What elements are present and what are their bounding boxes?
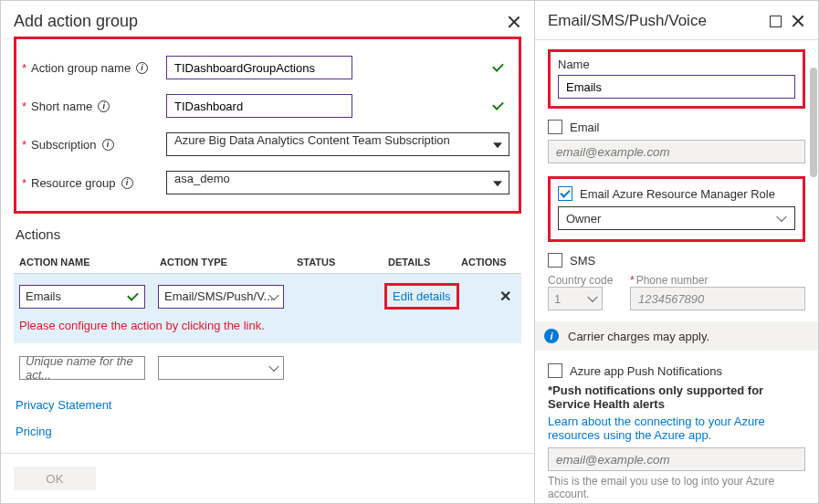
subscription-select[interactable]: Azure Big Data Analytics Content Team Su… (166, 132, 509, 156)
arm-role-value: Owner (566, 212, 601, 226)
label-short-name: Short name i (31, 100, 166, 113)
sms-inputs-row: Country code 1 *Phone number 1234567890 (548, 273, 805, 310)
chevron-down-icon (776, 212, 786, 222)
col-actions: ACTIONS (461, 257, 516, 268)
label-subscription: Subscription i (31, 138, 166, 152)
label-resource-group: Resource group i (31, 176, 166, 190)
required-star: * (22, 176, 31, 190)
action-type-select[interactable]: Email/SMS/Push/V... (158, 285, 284, 309)
arm-label: Email Azure Resource Manager Role (580, 187, 775, 201)
short-name-input[interactable] (166, 94, 352, 118)
push-learn-link[interactable]: Learn about the connecting to your Azure… (548, 415, 805, 442)
right-panel-header: Email/SMS/Push/Voice (535, 1, 818, 40)
push-bold-note: *Push notifications only supported for S… (548, 383, 805, 411)
ok-button[interactable]: OK (14, 467, 96, 490)
right-panel-body: Name Email Email Azure Resource Manager … (535, 40, 818, 503)
resource-group-select[interactable]: asa_demo (166, 171, 509, 194)
email-label: Email (570, 121, 600, 134)
actions-table: ACTION NAME ACTION TYPE STATUS DETAILS A… (14, 251, 521, 393)
sms-section: SMS Country code 1 *Phone number 1234567… (548, 253, 805, 310)
label-text: Short name (31, 100, 92, 113)
right-panel-title: Email/SMS/Push/Voice (548, 12, 761, 30)
action-type-value: Email/SMS/Push/V... (164, 289, 273, 303)
arm-role-select[interactable]: Owner (558, 206, 795, 230)
required-star: * (22, 138, 31, 152)
country-code-value: 1 (554, 292, 561, 306)
select-wrap: asa_demo (166, 171, 509, 194)
pricing-link[interactable]: Pricing (16, 425, 521, 438)
close-icon[interactable] (507, 15, 521, 29)
push-helper: This is the email you use to log into yo… (548, 475, 805, 500)
label-text: Action group name (31, 61, 131, 75)
add-action-group-panel: Add action group * Action group name i *… (1, 1, 535, 503)
table-row: Emails Email/SMS/Push/V... Edit details … (14, 273, 521, 343)
col-status: STATUS (297, 257, 388, 268)
maximize-icon[interactable] (770, 16, 782, 27)
left-panel-title: Add action group (14, 12, 498, 31)
country-code-select[interactable]: 1 (548, 287, 603, 310)
table-row-top: Emails Email/SMS/Push/V... Edit details … (14, 283, 521, 310)
email-checkbox-row: Email (548, 120, 805, 134)
sms-checkbox-row: SMS (548, 253, 805, 268)
chevron-down-icon (268, 362, 278, 372)
phone-input[interactable]: 1234567890 (630, 287, 805, 310)
checkmark-icon (126, 290, 139, 303)
action-name-value: Emails (26, 289, 61, 303)
checkmark-icon (491, 61, 504, 74)
push-checkbox[interactable] (548, 363, 562, 378)
arm-checkbox[interactable] (558, 186, 572, 201)
row-action-group-name: * Action group name i (22, 56, 509, 79)
action-name-input[interactable]: Emails (19, 285, 145, 309)
details-highlight: Edit details (384, 283, 459, 310)
edit-details-link[interactable]: Edit details (393, 289, 451, 303)
info-icon[interactable]: i (136, 62, 148, 74)
required-star: * (22, 100, 31, 113)
select-wrap: Azure Big Data Analytics Content Team Su… (166, 132, 509, 156)
push-checkbox-row: Azure app Push Notifications (548, 363, 805, 378)
action-group-name-input[interactable] (166, 56, 352, 79)
form-highlight-box: * Action group name i * Short name i (14, 37, 521, 214)
email-input[interactable] (548, 140, 805, 163)
label-text: Subscription (31, 138, 97, 152)
table-header: ACTION NAME ACTION TYPE STATUS DETAILS A… (14, 251, 521, 273)
name-highlight-box: Name (548, 49, 805, 109)
carrier-info-bar: i Carrier charges may apply. (535, 321, 818, 351)
push-email-input[interactable] (548, 447, 805, 471)
delete-row-button[interactable]: ✕ (499, 288, 511, 305)
left-panel-header: Add action group (1, 1, 534, 35)
name-input[interactable] (558, 75, 795, 99)
phone-label-text: Phone number (636, 274, 709, 287)
privacy-statement-link[interactable]: Privacy Statement (16, 398, 521, 412)
push-section: Azure app Push Notifications *Push notif… (548, 363, 805, 500)
sms-checkbox[interactable] (548, 253, 562, 268)
input-wrap (166, 56, 509, 79)
close-icon[interactable] (791, 14, 805, 28)
phone-label: *Phone number (630, 274, 708, 287)
country-code-label: Country code (548, 274, 613, 287)
new-action-name-input[interactable]: Unique name for the act... (19, 356, 145, 380)
label-text: Resource group (31, 176, 116, 190)
table-row: Unique name for the act... (14, 343, 521, 393)
arm-checkbox-row: Email Azure Resource Manager Role (558, 186, 795, 201)
chevron-down-icon (587, 292, 597, 302)
left-panel-body: * Action group name i * Short name i (1, 35, 534, 453)
email-checkbox[interactable] (548, 120, 562, 134)
label-action-group-name: Action group name i (31, 61, 166, 75)
left-footer: OK (1, 453, 534, 503)
new-action-type-select[interactable] (158, 356, 284, 380)
scrollbar-thumb[interactable] (810, 68, 817, 177)
info-icon[interactable]: i (98, 100, 110, 112)
info-icon[interactable]: i (102, 139, 114, 151)
col-action-type: ACTION TYPE (160, 257, 297, 268)
required-star: * (22, 61, 31, 75)
checkmark-icon (491, 100, 504, 112)
row-subscription: * Subscription i Azure Big Data Analytic… (22, 132, 509, 156)
sms-label: SMS (570, 254, 595, 268)
carrier-note: Carrier charges may apply. (568, 330, 709, 343)
row-short-name: * Short name i (22, 94, 509, 118)
info-icon: i (544, 329, 559, 343)
input-wrap (166, 94, 509, 118)
info-icon[interactable]: i (121, 177, 133, 189)
col-details: DETAILS (388, 257, 461, 268)
col-action-name: ACTION NAME (14, 257, 160, 268)
